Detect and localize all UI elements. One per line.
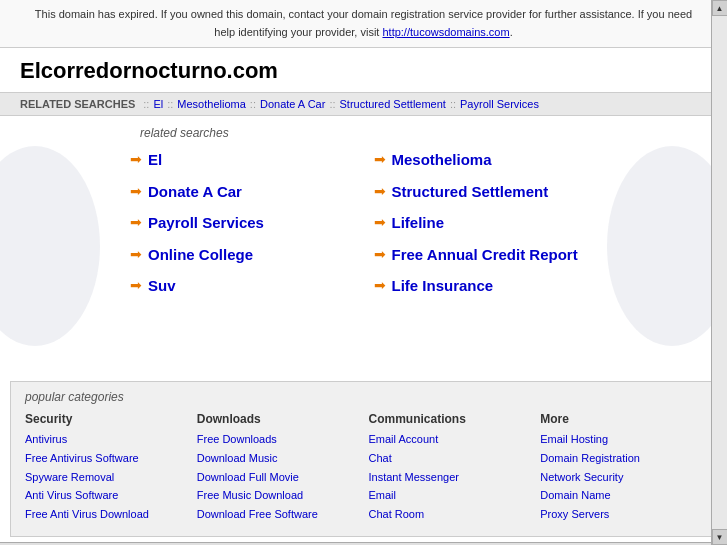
link-suv[interactable]: Suv xyxy=(148,276,176,296)
link-domain-name[interactable]: Domain Name xyxy=(540,486,702,505)
categories-grid: Security Antivirus Free Antivirus Softwa… xyxy=(25,412,702,523)
link-email-hosting[interactable]: Email Hosting xyxy=(540,430,702,449)
list-item: ➡ Structured Settlement xyxy=(374,182,598,202)
related-link-donate[interactable]: Donate A Car xyxy=(260,98,325,110)
notice-text: This domain has expired. If you owned th… xyxy=(35,8,692,38)
arrow-icon: ➡ xyxy=(374,246,386,262)
link-free-annual-credit[interactable]: Free Annual Credit Report xyxy=(392,245,578,265)
link-email[interactable]: Email xyxy=(369,486,531,505)
list-item: ➡ Mesothelioma xyxy=(374,150,598,170)
related-label: RELATED SEARCHES xyxy=(20,98,135,110)
related-link-structured[interactable]: Structured Settlement xyxy=(340,98,446,110)
related-link-el[interactable]: El xyxy=(153,98,163,110)
more-title: More xyxy=(540,412,702,426)
link-free-antivirus-dl[interactable]: Free Anti Virus Download xyxy=(25,505,187,524)
list-item: ➡ Online College xyxy=(130,245,354,265)
link-free-antivirus[interactable]: Free Antivirus Software xyxy=(25,449,187,468)
communications-title: Communications xyxy=(369,412,531,426)
related-searches-header: related searches xyxy=(20,126,707,140)
link-free-music[interactable]: Free Music Download xyxy=(197,486,359,505)
arrow-icon: ➡ xyxy=(130,183,142,199)
search-links-grid: ➡ El ➡ Mesothelioma ➡ Donate A Car ➡ Str… xyxy=(20,150,707,296)
scroll-down-button[interactable]: ▼ xyxy=(712,529,728,545)
arrow-icon: ➡ xyxy=(130,277,142,293)
link-download-movie[interactable]: Download Full Movie xyxy=(197,468,359,487)
link-chat-room[interactable]: Chat Room xyxy=(369,505,531,524)
scroll-up-button[interactable]: ▲ xyxy=(712,0,728,16)
link-structured-settlement[interactable]: Structured Settlement xyxy=(392,182,549,202)
scroll-track xyxy=(712,16,727,529)
link-network-security[interactable]: Network Security xyxy=(540,468,702,487)
list-item: ➡ Free Annual Credit Report xyxy=(374,245,598,265)
link-lifeline[interactable]: Lifeline xyxy=(392,213,445,233)
horizontal-scrollbar[interactable] xyxy=(0,542,727,545)
separator-1: :: xyxy=(143,98,149,110)
popular-categories-title: popular categories xyxy=(25,390,702,404)
link-download-free-sw[interactable]: Download Free Software xyxy=(197,505,359,524)
arrow-icon: ➡ xyxy=(130,246,142,262)
vertical-scrollbar[interactable]: ▲ ▼ xyxy=(711,0,727,545)
list-item: ➡ Donate A Car xyxy=(130,182,354,202)
arrow-icon: ➡ xyxy=(130,214,142,230)
arrow-icon: ➡ xyxy=(374,151,386,167)
category-more: More Email Hosting Domain Registration N… xyxy=(540,412,702,523)
list-item: ➡ Payroll Services xyxy=(130,213,354,233)
link-donate-car[interactable]: Donate A Car xyxy=(148,182,242,202)
link-payroll[interactable]: Payroll Services xyxy=(148,213,264,233)
link-life-insurance[interactable]: Life Insurance xyxy=(392,276,494,296)
arrow-icon: ➡ xyxy=(374,183,386,199)
main-content: related searches ➡ El ➡ Mesothelioma ➡ D… xyxy=(0,116,727,376)
link-antivirus[interactable]: Antivirus xyxy=(25,430,187,449)
link-spyware[interactable]: Spyware Removal xyxy=(25,468,187,487)
downloads-title: Downloads xyxy=(197,412,359,426)
security-title: Security xyxy=(25,412,187,426)
list-item: ➡ Suv xyxy=(130,276,354,296)
category-security: Security Antivirus Free Antivirus Softwa… xyxy=(25,412,187,523)
link-antivirus-software[interactable]: Anti Virus Software xyxy=(25,486,187,505)
arrow-icon: ➡ xyxy=(374,214,386,230)
arrow-icon: ➡ xyxy=(374,277,386,293)
category-communications: Communications Email Account Chat Instan… xyxy=(369,412,531,523)
popular-categories-section: popular categories Security Antivirus Fr… xyxy=(10,381,717,536)
link-el[interactable]: El xyxy=(148,150,162,170)
list-item: ➡ El xyxy=(130,150,354,170)
link-instant-messenger[interactable]: Instant Messenger xyxy=(369,468,531,487)
list-item: ➡ Lifeline xyxy=(374,213,598,233)
related-searches-bar: RELATED SEARCHES :: El :: Mesothelioma :… xyxy=(0,92,727,116)
link-download-music[interactable]: Download Music xyxy=(197,449,359,468)
link-chat[interactable]: Chat xyxy=(369,449,531,468)
related-link-payroll[interactable]: Payroll Services xyxy=(460,98,539,110)
related-link-meso[interactable]: Mesothelioma xyxy=(177,98,245,110)
list-item: ➡ Life Insurance xyxy=(374,276,598,296)
domain-title: Elcorredornocturno.com xyxy=(0,48,727,92)
link-mesothelioma[interactable]: Mesothelioma xyxy=(392,150,492,170)
link-free-downloads[interactable]: Free Downloads xyxy=(197,430,359,449)
link-domain-registration[interactable]: Domain Registration xyxy=(540,449,702,468)
category-downloads: Downloads Free Downloads Download Music … xyxy=(197,412,359,523)
arrow-icon: ➡ xyxy=(130,151,142,167)
link-proxy-servers[interactable]: Proxy Servers xyxy=(540,505,702,524)
link-email-account[interactable]: Email Account xyxy=(369,430,531,449)
tucows-link[interactable]: http://tucowsdomains.com xyxy=(382,26,509,38)
link-online-college[interactable]: Online College xyxy=(148,245,253,265)
expiry-notice: This domain has expired. If you owned th… xyxy=(0,0,727,48)
